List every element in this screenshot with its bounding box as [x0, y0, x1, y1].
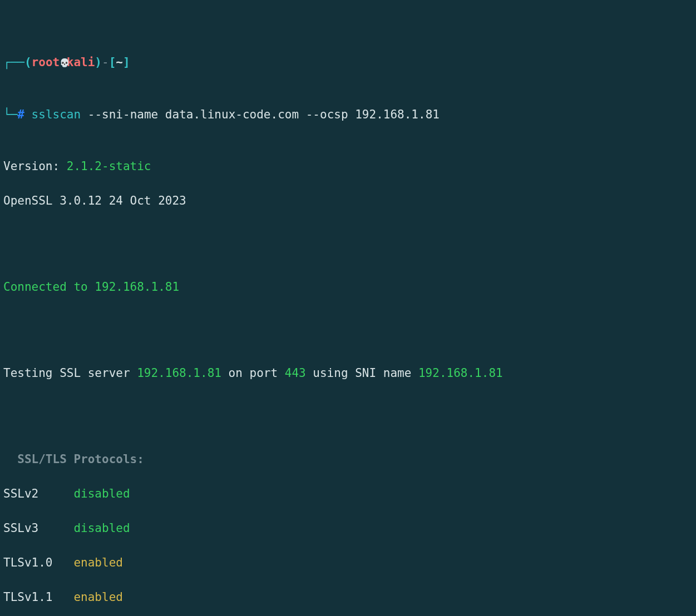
prompt-hash: #: [17, 108, 24, 121]
prompt-dash: -: [102, 56, 109, 69]
protocol-row: TLSv1.1 enabled: [3, 589, 693, 606]
prompt-box: ┌──: [3, 56, 24, 69]
version-line: Version: 2.1.2-static: [3, 158, 693, 175]
prompt-path: ~: [116, 56, 123, 69]
paren-right: ): [95, 56, 102, 69]
terminal-window[interactable]: ┌──(rootkali)-[~] └─# sslscan --sni-name…: [0, 0, 696, 616]
command-args[interactable]: --sni-name data.linux-code.com --ocsp 19…: [81, 108, 440, 121]
prompt-box-bottom: └─: [3, 108, 17, 121]
protocol-row: TLSv1.0 enabled: [3, 554, 693, 572]
connected-line: Connected to 192.168.1.81: [3, 279, 693, 296]
prompt-line-1: ┌──(rootkali)-[~]: [3, 54, 693, 72]
testing-line: Testing SSL server 192.168.1.81 on port …: [3, 365, 693, 382]
prompt-host: kali: [67, 56, 95, 69]
prompt-line-2: └─# sslscan --sni-name data.linux-code.c…: [3, 106, 693, 123]
protocols-heading: SSL/TLS Protocols:: [3, 451, 693, 468]
bracket-right: ]: [123, 56, 130, 69]
paren-left: (: [24, 56, 32, 69]
skull-icon: [60, 54, 67, 72]
protocol-row: SSLv3 disabled: [3, 520, 693, 537]
protocol-row: SSLv2 disabled: [3, 485, 693, 503]
bracket-left: [: [109, 56, 116, 69]
openssl-line: OpenSSL 3.0.12 24 Oct 2023: [3, 192, 693, 210]
prompt-user: root: [32, 56, 60, 69]
command-name[interactable]: sslscan: [32, 108, 81, 121]
